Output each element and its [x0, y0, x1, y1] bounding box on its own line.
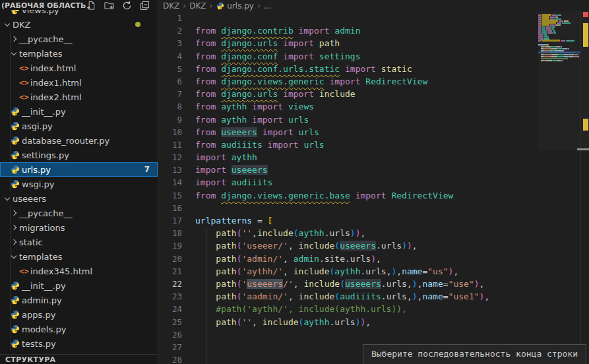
line-content	[182, 341, 195, 353]
code-line-12[interactable]: 12import aythh	[158, 151, 589, 164]
tree-item-index-html[interactable]: <>index.html	[0, 61, 158, 75]
line-number: 14	[158, 176, 182, 189]
tree-item-index2-html[interactable]: <>index2.html	[0, 90, 158, 104]
python-icon	[9, 339, 21, 348]
python-icon	[9, 310, 21, 319]
code-line-18[interactable]: 18 path('',include(aythh.urls)),	[158, 227, 589, 239]
outline-section-header[interactable]: СТРУКТУРА	[0, 354, 158, 364]
code-line-16[interactable]: 16	[158, 202, 589, 214]
code-line-5[interactable]: 5from django.conf.urls.static import sta…	[158, 63, 589, 75]
line-number: 20	[158, 253, 182, 265]
code-line-6[interactable]: 6from django.views.generic import Redire…	[158, 75, 589, 88]
code-line-25[interactable]: 25 path('', include(aythh.urls)),	[158, 316, 589, 328]
tree-item-templates[interactable]: templates	[0, 249, 158, 264]
code-line-7[interactable]: 7from django.urls import include	[158, 88, 589, 100]
code-line-20[interactable]: 20 path('admin/', admin.site.urls),	[158, 253, 589, 265]
line-content: path('',include(aythh.urls)),	[182, 227, 365, 239]
tree-item-label: apps.py	[22, 310, 55, 320]
code-line-10[interactable]: 10from useeers import urls	[158, 126, 589, 138]
line-content: path('aadmin/', include(audiiits.urls,),…	[182, 290, 489, 303]
python-icon	[9, 136, 21, 145]
line-content	[182, 12, 195, 24]
tree-item-settings-py[interactable]: settings.py	[0, 148, 158, 162]
explorer-sidebar: (РАБОЧАЯ ОБЛАСТЬ) ... views.pyDKZ__pycac…	[0, 0, 158, 364]
python-icon	[9, 10, 21, 15]
overview-ruler[interactable]	[580, 11, 589, 364]
code-line-8[interactable]: 8from aythh import views	[158, 100, 589, 113]
tree-item-pycache[interactable]: __pycache__	[0, 32, 158, 46]
line-number: 12	[158, 151, 182, 164]
tree-item-label: tests.py	[22, 339, 56, 349]
refresh-icon[interactable]	[122, 1, 132, 11]
html-icon: <>	[18, 94, 30, 101]
tree-item-label: useeers	[13, 194, 46, 204]
breadcrumb-item-[interactable]: ...	[264, 1, 271, 11]
tree-item-init-py[interactable]: __init__.py	[0, 278, 158, 293]
line-content: from django.conf.urls.static import stat…	[182, 63, 412, 75]
tree-item-pycache[interactable]: __pycache__	[0, 206, 158, 220]
line-content: urlpatterns = [	[182, 214, 272, 227]
tree-item-label: DKZ	[13, 20, 30, 30]
tree-item-templates[interactable]: templates	[0, 46, 158, 61]
tree-item-index345-html[interactable]: <>index345.html	[0, 264, 158, 278]
tree-item-asgi-py[interactable]: asgi.py	[0, 119, 158, 133]
python-icon	[9, 179, 21, 189]
code-line-21[interactable]: 21 path('aythh/', include(aythh.urls,),n…	[158, 265, 589, 278]
tree-item-wsgi-py[interactable]: wsgi.py	[0, 177, 158, 191]
tree-item-dkz[interactable]: DKZ	[0, 17, 158, 32]
tree-item-useeers[interactable]: useeers	[0, 191, 158, 206]
code-line-14[interactable]: 14import audiiits	[158, 176, 589, 189]
tree-item-database-roouter-py[interactable]: database_roouter.py	[0, 133, 158, 148]
breadcrumb-item-dkz[interactable]: DKZ	[189, 1, 206, 11]
tree-item-tests-py[interactable]: tests.py	[0, 336, 158, 351]
code-line-26[interactable]: 26	[158, 328, 589, 341]
breadcrumb-item-urls-py[interactable]: urls.py	[216, 1, 254, 11]
tree-item-models-py[interactable]: models.py	[0, 322, 158, 336]
code-line-22[interactable]: 22 path('useeers/', include(useeers.urls…	[158, 278, 589, 290]
breadcrumb-item-dkz[interactable]: DKZ	[163, 1, 179, 11]
problems-badge: 7	[144, 165, 158, 174]
collapse-all-icon[interactable]	[140, 1, 150, 11]
tree-item-urls-py[interactable]: urls.py7	[0, 162, 158, 177]
code-line-11[interactable]: 11from audiiits import urls	[158, 138, 589, 151]
ruler-mark	[583, 119, 588, 131]
tree-item-views-py[interactable]: views.py	[0, 10, 158, 17]
code-line-1[interactable]: 1	[158, 12, 589, 24]
code-line-17[interactable]: 17urlpatterns = [	[158, 214, 589, 227]
code-line-19[interactable]: 19 path('useeer/', include(useeers.urls)…	[158, 239, 589, 252]
new-folder-icon[interactable]	[104, 1, 114, 11]
code-line-4[interactable]: 4from django.conf import settings	[158, 50, 589, 63]
tree-item-init-py[interactable]: __init__.py	[0, 104, 158, 119]
line-number: 10	[158, 126, 182, 138]
code-line-15[interactable]: 15from django.views.generic.base import …	[158, 189, 589, 202]
tree-item-static[interactable]: static	[0, 235, 158, 249]
tree-item-admin-py[interactable]: admin.py	[0, 293, 158, 307]
code-line-23[interactable]: 23 path('aadmin/', include(audiiits.urls…	[158, 290, 589, 303]
code-line-24[interactable]: 24 #path('aythh/', include(aythh.urls)),	[158, 303, 589, 315]
code-area[interactable]: 12from django.contrib import admin3from …	[158, 11, 589, 364]
html-icon: <>	[18, 268, 30, 275]
tree-item-apps-py[interactable]: apps.py	[0, 307, 158, 322]
tree-item-label: static	[19, 237, 43, 247]
tree-item-index1-html[interactable]: <>index1.html	[0, 75, 158, 90]
code-line-13[interactable]: 13import useeers	[158, 164, 589, 176]
python-icon	[9, 165, 21, 174]
explorer-actions	[86, 1, 156, 11]
line-content: from django.views.generic.base import Re…	[182, 189, 453, 202]
minimap[interactable]	[538, 13, 580, 364]
line-content: from useeers import urls	[182, 126, 319, 138]
line-number: 5	[158, 63, 182, 75]
code-line-2[interactable]: 2from django.contrib import admin	[158, 24, 589, 37]
line-number: 24	[158, 303, 182, 315]
code-line-9[interactable]: 9from aythh import urls	[158, 113, 589, 126]
tree-item-label: settings.py	[22, 150, 69, 160]
line-number: 15	[158, 189, 182, 202]
tree-item-migrations[interactable]: migrations	[0, 220, 158, 235]
line-number: 19	[158, 239, 182, 252]
file-tree: views.pyDKZ__pycache__templates<>index.h…	[0, 10, 158, 354]
chevron-right-icon	[9, 211, 18, 215]
new-file-icon[interactable]	[86, 1, 96, 11]
code-line-3[interactable]: 3from django.urls import path	[158, 37, 589, 49]
breadcrumb-separator: ›	[257, 1, 261, 11]
chevron-down-icon	[9, 256, 18, 258]
